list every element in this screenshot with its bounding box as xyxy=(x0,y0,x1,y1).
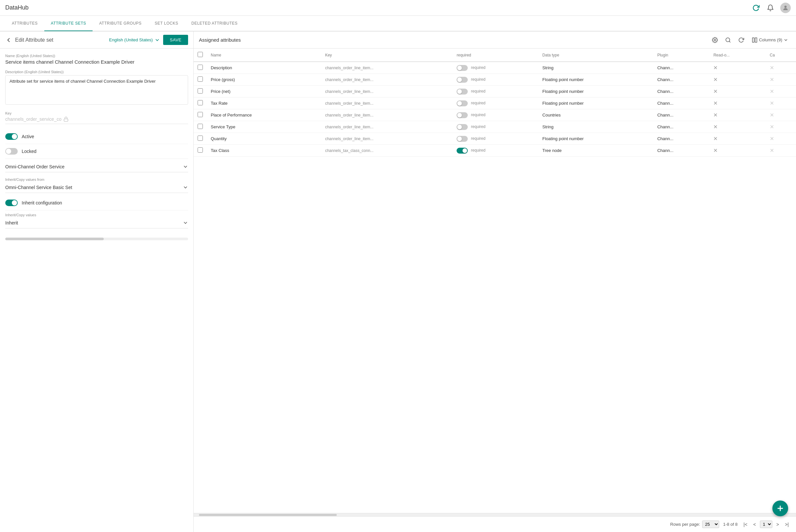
row-checkbox-5[interactable] xyxy=(197,124,203,129)
save-button[interactable]: SAVE xyxy=(163,35,188,45)
readonly-remove-6[interactable]: ✕ xyxy=(713,136,718,141)
columns-button[interactable]: Columns (9) xyxy=(749,36,791,44)
channel-dropdown-value[interactable]: Omni-Channel Order Service xyxy=(5,162,188,172)
row-key-0: channels_order_line_item... xyxy=(321,62,453,74)
inherit-values-dropdown[interactable]: Inherit xyxy=(5,217,188,228)
col-ca: Ca xyxy=(766,49,796,62)
locked-toggle[interactable] xyxy=(5,148,18,155)
horizontal-scrollbar[interactable] xyxy=(5,238,188,240)
row-checkbox-6[interactable] xyxy=(197,135,203,141)
ca-remove-1[interactable]: ✕ xyxy=(770,77,774,82)
pagination-controls: |< < 1 > >| xyxy=(741,520,791,528)
page-number-select[interactable]: 1 xyxy=(760,520,772,528)
channel-dropdown: Omni-Channel Order Service xyxy=(5,162,188,172)
row-checkbox-0[interactable] xyxy=(197,65,203,70)
row-required-1: required xyxy=(453,74,538,86)
assigned-attributes-title: Assigned attributes xyxy=(199,37,707,43)
svg-rect-1 xyxy=(64,119,68,121)
key-value: channels_order_service_co xyxy=(5,116,188,124)
required-toggle-4[interactable] xyxy=(457,112,468,118)
description-textarea[interactable]: Attribute set for service items of chann… xyxy=(5,75,188,105)
required-toggle-2[interactable] xyxy=(457,89,468,95)
tabs-bar: ATTRIBUTES ATTRIBUTE SETS ATTRIBUTE GROU… xyxy=(0,16,796,32)
row-name-3: Tax Rate xyxy=(207,97,321,109)
row-checkbox-cell xyxy=(194,74,207,86)
gear-button[interactable] xyxy=(710,35,720,45)
row-checkbox-cell xyxy=(194,145,207,156)
add-fab-button[interactable] xyxy=(772,500,788,516)
row-ca-6: ✕ xyxy=(766,133,796,145)
tab-attribute-groups[interactable]: ATTRIBUTE GROUPS xyxy=(93,16,148,31)
table-row: Place of Performance channels_order_line… xyxy=(194,109,796,121)
refresh-icon[interactable] xyxy=(751,3,761,13)
readonly-remove-2[interactable]: ✕ xyxy=(713,89,718,94)
language-selector[interactable]: English (United States) xyxy=(109,37,160,43)
back-button[interactable] xyxy=(5,37,12,43)
tab-set-locks[interactable]: SET LOCKS xyxy=(148,16,185,31)
ca-remove-6[interactable]: ✕ xyxy=(770,136,774,141)
inherit-copy-group: Inherit/Copy values from Omni-Channel Se… xyxy=(5,177,188,193)
inherit-copy-value: Omni-Channel Service Basic Set xyxy=(5,185,72,190)
row-datatype-2: Floating point number xyxy=(538,86,653,97)
row-required-2: required xyxy=(453,86,538,97)
main-layout: Edit Attribute set English (United State… xyxy=(0,32,796,532)
user-avatar[interactable] xyxy=(780,3,791,13)
readonly-remove-7[interactable]: ✕ xyxy=(713,148,718,153)
ca-remove-7[interactable]: ✕ xyxy=(770,148,774,153)
row-name-7: Tax Class xyxy=(207,145,321,156)
first-page-btn[interactable]: |< xyxy=(741,521,750,528)
bell-icon[interactable] xyxy=(766,3,775,13)
ca-remove-2[interactable]: ✕ xyxy=(770,89,774,94)
row-checkbox-7[interactable] xyxy=(197,147,203,153)
select-all-checkbox[interactable] xyxy=(197,52,203,57)
required-toggle-7[interactable] xyxy=(457,148,468,154)
horizontal-scroll-bottom[interactable] xyxy=(194,513,796,516)
row-required-4: required xyxy=(453,109,538,121)
inherit-copy-dropdown[interactable]: Omni-Channel Service Basic Set xyxy=(5,182,188,193)
last-page-btn[interactable]: >| xyxy=(783,521,791,528)
table-row: Price (net) channels_order_line_item... … xyxy=(194,86,796,97)
row-checkbox-1[interactable] xyxy=(197,76,203,82)
ca-remove-4[interactable]: ✕ xyxy=(770,112,774,118)
readonly-remove-0[interactable]: ✕ xyxy=(713,65,718,71)
name-value: Service items channel Channel Connection… xyxy=(5,59,188,65)
tab-attributes[interactable]: ATTRIBUTES xyxy=(5,16,44,31)
attributes-table: Name Key required Data type Plugin Read-… xyxy=(194,49,796,156)
readonly-remove-1[interactable]: ✕ xyxy=(713,77,718,82)
required-toggle-5[interactable] xyxy=(457,124,468,130)
required-toggle-0[interactable] xyxy=(457,65,468,71)
name-label: Name (English (United States)) xyxy=(5,54,188,58)
inherit-values-group: Inherit/Copy values Inherit xyxy=(5,213,188,228)
readonly-remove-5[interactable]: ✕ xyxy=(713,124,718,130)
readonly-remove-4[interactable]: ✕ xyxy=(713,112,718,118)
next-page-btn[interactable]: > xyxy=(774,521,781,528)
right-panel: Assigned attributes Columns (9) xyxy=(194,32,796,532)
ca-remove-5[interactable]: ✕ xyxy=(770,124,774,130)
search-button[interactable] xyxy=(723,35,733,45)
ca-remove-3[interactable]: ✕ xyxy=(770,100,774,106)
rows-per-page-select[interactable]: 25 50 100 xyxy=(702,520,719,528)
row-key-7: channels_tax_class_conn... xyxy=(321,145,453,156)
row-required-3: required xyxy=(453,97,538,109)
row-checkbox-3[interactable] xyxy=(197,100,203,106)
required-toggle-3[interactable] xyxy=(457,100,468,106)
locked-label: Locked xyxy=(22,149,36,154)
row-checkbox-4[interactable] xyxy=(197,112,203,117)
row-plugin-3: Chann... xyxy=(653,97,709,109)
required-toggle-1[interactable] xyxy=(457,77,468,83)
active-toggle[interactable] xyxy=(5,133,18,140)
reload-button[interactable] xyxy=(736,35,746,45)
inherit-config-label: Inherit configuration xyxy=(22,200,62,206)
row-required-6: required xyxy=(453,133,538,145)
row-ca-4: ✕ xyxy=(766,109,796,121)
required-toggle-6[interactable] xyxy=(457,136,468,142)
ca-remove-0[interactable]: ✕ xyxy=(770,65,774,71)
row-checkbox-2[interactable] xyxy=(197,88,203,94)
tab-attribute-sets[interactable]: ATTRIBUTE SETS xyxy=(44,16,93,31)
row-datatype-4: Countries xyxy=(538,109,653,121)
readonly-remove-3[interactable]: ✕ xyxy=(713,100,718,106)
inherit-config-toggle[interactable] xyxy=(5,200,18,206)
prev-page-btn[interactable]: < xyxy=(751,521,758,528)
tab-deleted-attributes[interactable]: DELETED ATTRIBUTES xyxy=(185,16,244,31)
topbar-icons xyxy=(751,3,791,13)
